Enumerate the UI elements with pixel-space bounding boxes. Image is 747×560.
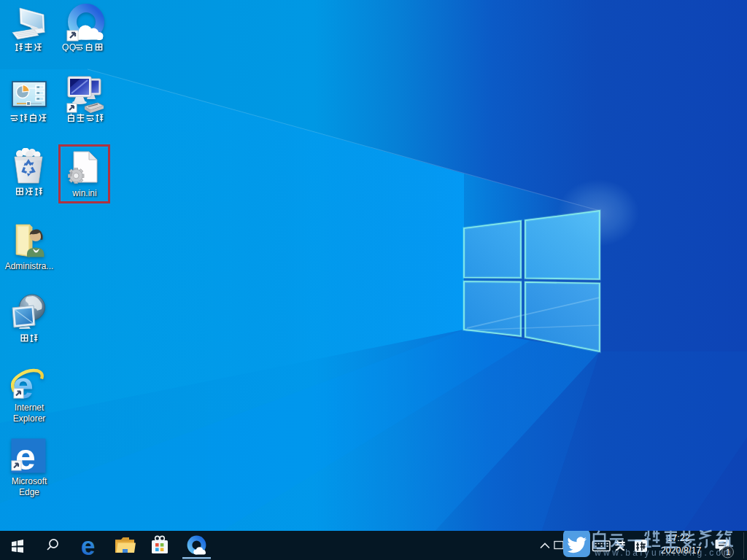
svg-text:e: e bbox=[81, 532, 95, 560]
svg-text:QQ: QQ bbox=[62, 42, 77, 52]
